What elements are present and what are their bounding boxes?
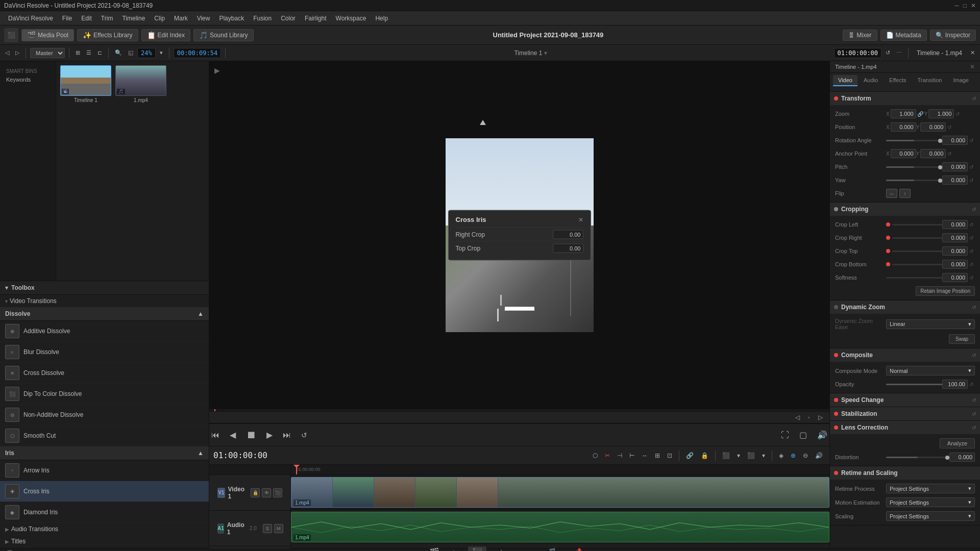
media-pool-btn[interactable]: 🎬 Media Pool (21, 29, 74, 41)
preview-nav-mid[interactable]: ◦ (805, 412, 813, 422)
lens-correction-reset[interactable]: ↺ (972, 425, 976, 431)
transform-header[interactable]: Transform ↺ (830, 92, 980, 105)
pitch-reset-btn[interactable]: ↺ (968, 163, 975, 170)
menu-mark[interactable]: Mark (170, 14, 192, 23)
inspector-btn[interactable]: 🔍 Inspector (930, 30, 976, 41)
tl-lock-btn[interactable]: 🔒 (698, 450, 711, 461)
zoom-reset-btn[interactable]: ↺ (954, 110, 961, 117)
menu-color[interactable]: Color (277, 14, 300, 23)
stabilization-reset[interactable]: ↺ (972, 411, 976, 417)
opacity-reset-btn[interactable]: ↺ (968, 381, 975, 388)
dissolve-header[interactable]: Dissolve ▲ (0, 307, 209, 321)
tl-razor-btn[interactable]: ⬡ (590, 450, 600, 461)
zoom-dropdown-btn[interactable]: ▾ (158, 48, 165, 57)
more-options-btn[interactable]: ⋯ (894, 48, 904, 57)
crop-bottom-slider[interactable] (892, 264, 942, 265)
tl-overwrite-btn[interactable]: ⊢ (627, 450, 637, 461)
softness-slider[interactable] (886, 277, 942, 279)
crop-right-slider[interactable] (892, 237, 942, 239)
iris-header[interactable]: Iris ▲ (0, 446, 209, 460)
effect-additive-dissolve[interactable]: ⊕ Additive Dissolve (0, 321, 209, 342)
panel-close-btn[interactable]: ✕ (968, 48, 977, 57)
timecode-sync-btn[interactable]: ↺ (884, 48, 892, 57)
preview-nav-left[interactable]: ◁ (793, 412, 802, 422)
tl-vol-btn[interactable]: 🔊 (813, 450, 825, 461)
preview-nav-right[interactable]: ▷ (816, 412, 825, 422)
tl-fx-btn[interactable]: ◈ (776, 450, 786, 461)
composite-mode-dropdown[interactable]: Normal ▾ (886, 366, 975, 375)
crop-top-input[interactable]: 0.000 (942, 246, 968, 256)
rotation-reset-btn[interactable]: ↺ (968, 137, 975, 144)
titles-category[interactable]: ▶ Titles (0, 535, 209, 547)
crop-right-reset-btn[interactable]: ↺ (968, 234, 975, 241)
yaw-slider[interactable] (886, 180, 942, 181)
ease-dropdown[interactable]: Linear ▾ (886, 319, 975, 329)
v1-lock-btn[interactable]: 🔒 (251, 488, 260, 497)
play-next-btn[interactable]: ⏭ (281, 429, 293, 442)
retime-scaling-header[interactable]: Retime and Scaling (830, 466, 980, 480)
tl-append-btn[interactable]: ⊡ (665, 450, 675, 461)
close-btn[interactable]: ✕ (971, 2, 976, 9)
tl-zoom-in-btn[interactable]: ⊕ (788, 450, 798, 461)
tab-file[interactable]: File (975, 75, 980, 86)
stabilization-header[interactable]: Stabilization ↺ (830, 407, 980, 420)
effect-arrow-iris[interactable]: ↑ Arrow Iris (0, 460, 209, 481)
pitch-slider[interactable] (886, 166, 942, 168)
timecode-display[interactable]: 00:00:09:54 (174, 48, 221, 58)
timeline-dropdown-icon[interactable]: ▾ (544, 49, 547, 57)
menu-fusion[interactable]: Fusion (249, 14, 276, 23)
bin-selector[interactable]: Master (30, 48, 65, 58)
tl-snip-btn[interactable]: ✂ (602, 450, 612, 461)
tl-marker-dropdown[interactable]: ▾ (734, 450, 743, 461)
menu-help[interactable]: Help (371, 14, 392, 23)
effect-dip-color-dissolve[interactable]: ⬛ Dip To Color Dissolve (0, 384, 209, 405)
tl-replace-btn[interactable]: ↔ (639, 450, 650, 461)
a1-clip[interactable]: 1.mp4 (291, 512, 829, 542)
media-item-timeline[interactable]: 📽 Timeline 1 (60, 65, 111, 103)
anchor-reset-btn[interactable]: ↺ (946, 150, 953, 157)
retime-process-dropdown[interactable]: Project Settings ▾ (886, 484, 975, 493)
menu-clip[interactable]: Clip (150, 14, 169, 23)
tl-insert-btn[interactable]: ⊣ (615, 450, 625, 461)
tl-color-btn[interactable]: ⬛ (745, 450, 757, 461)
menu-workspace[interactable]: Workspace (332, 14, 371, 23)
list-view-btn[interactable]: ☰ (84, 48, 93, 57)
top-crop-input[interactable] (553, 244, 583, 253)
metadata-btn[interactable]: 📄 Metadata (880, 30, 927, 41)
v1-eye-btn[interactable]: 👁 (262, 488, 271, 497)
effect-cross-iris[interactable]: ✚ Cross Iris (0, 481, 209, 502)
mixer-btn[interactable]: 🎛 Mixer (843, 30, 877, 41)
stop-btn[interactable]: ⏹ (244, 427, 258, 443)
video-transitions-category[interactable]: ▾ Video Transitions (0, 295, 209, 307)
rotation-slider[interactable] (886, 140, 942, 141)
zoom-link-btn[interactable]: 🔗 (916, 110, 924, 118)
audio-transitions-category[interactable]: ▶ Audio Transitions (0, 523, 209, 535)
media-item-video[interactable]: 🎵 1.mp4 (115, 65, 166, 103)
tl-color-dropdown[interactable]: ▾ (760, 450, 768, 461)
minimize-btn[interactable]: ─ (954, 2, 959, 9)
tl-fit-fill-btn[interactable]: ⊞ (652, 450, 663, 461)
retain-image-btn[interactable]: Retain Image Position (916, 286, 975, 296)
menu-playback[interactable]: Playback (215, 14, 248, 23)
effects-library-btn[interactable]: ✨ Effects Library (77, 29, 138, 41)
transform-reset-icon[interactable]: ↺ (972, 96, 976, 102)
lens-correction-header[interactable]: Lens Correction ↺ (830, 421, 980, 434)
preview-play-btn[interactable]: ▶ (214, 66, 220, 74)
menu-view[interactable]: View (193, 14, 214, 23)
tl-link-btn[interactable]: 🔗 (683, 450, 696, 461)
effect-blur-dissolve[interactable]: ≈ Blur Dissolve (0, 342, 209, 363)
fullscreen-btn[interactable]: ⛶ (779, 429, 791, 442)
play-prev-btn[interactable]: ⏮ (209, 429, 222, 442)
tab-effects[interactable]: Effects (884, 75, 911, 86)
crop-top-slider[interactable] (892, 251, 942, 252)
zoom-btn[interactable]: ◱ (126, 48, 135, 57)
menu-timeline[interactable]: Timeline (118, 14, 149, 23)
menu-trim[interactable]: Trim (97, 14, 117, 23)
a1-s-btn[interactable]: S (263, 524, 272, 533)
opacity-slider[interactable] (886, 384, 942, 385)
distortion-input[interactable]: 0.000 (949, 453, 975, 462)
effect-cross-dissolve[interactable]: ✕ Cross Dissolve (0, 363, 209, 384)
crop-left-reset-btn[interactable]: ↺ (968, 221, 975, 228)
sort-btn[interactable]: ⊏ (95, 48, 104, 57)
play-back-btn[interactable]: ◀ (228, 428, 238, 442)
